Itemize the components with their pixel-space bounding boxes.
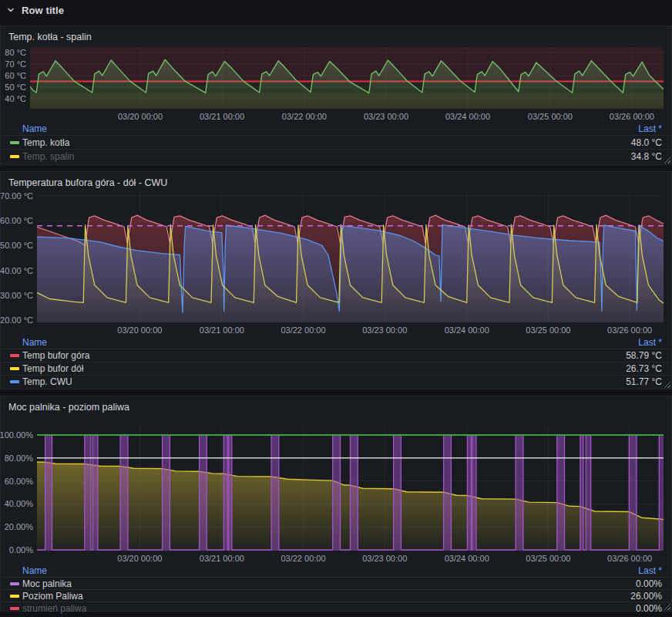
chart-plot-area[interactable] (30, 47, 664, 109)
y-axis-tick-label: 20.00% (5, 522, 33, 531)
series-color-swatch (10, 380, 19, 383)
x-axis-tick-label: 03/26 00:00 (610, 112, 654, 121)
y-axis-tick-label: 60.00 °C (0, 216, 33, 225)
x-axis-tick-label: 03/21 00:00 (200, 112, 244, 121)
panel-temperatura-bufora: Temperatura bufora góra - dół - CWU 20.0… (0, 171, 672, 389)
x-axis-tick-label: 03/25 00:00 (528, 112, 573, 121)
x-axis: 03/20 00:0003/21 00:0003/22 00:0003/23 0… (30, 109, 664, 123)
legend-row[interactable]: Temp. CWU51.77 °C (1, 375, 671, 388)
series-last-value: 34.8 °C (631, 151, 671, 162)
x-axis: 03/20 00:0003/21 00:0003/22 00:0003/23 0… (37, 551, 664, 565)
series-last-value: 51.77 °C (626, 376, 671, 387)
series-last-value: 58.79 °C (626, 350, 671, 361)
x-axis-tick-label: 03/23 00:00 (362, 325, 407, 335)
legend-header-last[interactable]: Last * (638, 123, 671, 134)
time-series-chart: 40 °C50 °C60 °C70 °C80 °C 03/20 00:0003/… (1, 47, 671, 123)
legend-header-name[interactable]: Name (1, 123, 47, 134)
x-axis-tick-label: 03/24 00:00 (445, 554, 489, 563)
chevron-down-icon[interactable] (7, 6, 15, 14)
legend-header-last[interactable]: Last * (638, 565, 671, 576)
series-color-swatch (10, 595, 19, 598)
legend-row[interactable]: Poziom Paliwa26.00% (1, 589, 671, 602)
y-axis-tick-label: 50.00 °C (0, 241, 33, 250)
y-axis: 0.00%20.00%40.00%60.00%80.00%100.00% (7, 425, 37, 551)
x-axis-tick-label: 03/22 00:00 (281, 554, 325, 563)
series-name[interactable]: Temp. CWU (22, 376, 72, 387)
series-color-swatch (10, 141, 19, 144)
row-title[interactable]: Row title (22, 5, 64, 16)
legend: NameLast *Moc palnika0.00%Poziom Paliwa2… (1, 565, 671, 614)
series-last-value: 26.73 °C (626, 363, 671, 374)
y-axis-tick-label: 50 °C (5, 83, 26, 92)
panel-temp-kotla-spalin: Temp. kotła - spalin 40 °C50 °C60 °C70 °… (0, 25, 672, 165)
legend-header-last[interactable]: Last * (638, 337, 671, 348)
x-axis-tick-label: 03/23 00:00 (364, 112, 408, 121)
x-axis-tick-label: 03/26 00:00 (607, 325, 652, 335)
legend-row[interactable]: Temp bufor góra58.79 °C (1, 349, 671, 362)
legend-row[interactable]: Temp. spalin34.8 °C (1, 149, 671, 163)
x-axis: 03/20 00:0003/21 00:0003/22 00:0003/23 0… (37, 322, 664, 336)
legend-row[interactable]: strumień paliwa0.00% (1, 602, 671, 614)
y-axis: 20.00 °C30.00 °C40.00 °C50.00 °C60.00 °C… (7, 191, 37, 322)
dashboard-row-header[interactable]: Row title (0, 0, 672, 20)
y-axis-tick-label: 70 °C (5, 59, 26, 69)
series-last-value: 0.00% (636, 578, 671, 589)
y-axis-tick-label: 40.00% (5, 499, 33, 508)
x-axis-tick-label: 03/21 00:00 (200, 554, 244, 563)
series-color-swatch (10, 607, 19, 610)
time-series-chart: 0.00%20.00%40.00%60.00%80.00%100.00% 03/… (1, 425, 671, 565)
panel-title[interactable]: Moc palnika - poziom paliwa (8, 401, 671, 413)
y-axis-tick-label: 20.00 °C (0, 315, 33, 325)
chart-plot-area[interactable] (37, 191, 664, 322)
series-color-swatch (10, 582, 19, 585)
panel-title[interactable]: Temperatura bufora góra - dół - CWU (8, 177, 671, 189)
x-axis-tick-label: 03/24 00:00 (445, 325, 489, 335)
legend-row[interactable]: Moc palnika0.00% (1, 577, 671, 589)
y-axis-tick-label: 0.00% (9, 545, 33, 555)
legend-header-name[interactable]: Name (1, 337, 47, 348)
series-name[interactable]: Temp. kotła (22, 137, 69, 148)
y-axis-tick-label: 80 °C (5, 48, 26, 57)
x-axis-tick-label: 03/24 00:00 (445, 112, 490, 121)
panel-moc-palnika-poziom-paliwa: Moc palnika - poziom paliwa 0.00%20.00%4… (0, 396, 672, 612)
chart-plot-area[interactable] (37, 425, 664, 551)
time-series-chart: 20.00 °C30.00 °C40.00 °C50.00 °C60.00 °C… (1, 191, 671, 336)
y-axis-tick-label: 60.00% (5, 477, 33, 486)
x-axis-tick-label: 03/23 00:00 (362, 554, 407, 563)
legend-header-name[interactable]: Name (1, 565, 47, 576)
x-axis-tick-label: 03/22 00:00 (282, 112, 327, 121)
series-name[interactable]: Temp. spalin (22, 151, 74, 162)
series-last-value: 26.00% (630, 591, 671, 602)
legend-row[interactable]: Temp bufor dół26.73 °C (1, 362, 671, 375)
x-axis-tick-label: 03/22 00:00 (281, 325, 325, 335)
y-axis-tick-label: 80.00% (5, 453, 33, 463)
y-axis: 40 °C50 °C60 °C70 °C80 °C (7, 47, 30, 109)
series-name[interactable]: Moc palnika (22, 578, 72, 589)
legend: NameLast *Temp. kotła48.0 °CTemp. spalin… (1, 123, 671, 163)
series-name[interactable]: strumień paliwa (22, 603, 86, 614)
legend: NameLast *Temp bufor góra58.79 °CTemp bu… (1, 336, 671, 388)
legend-row[interactable]: Temp. kotła48.0 °C (1, 135, 671, 149)
series-name[interactable]: Temp bufor dół (22, 363, 83, 374)
series-color-swatch (10, 155, 19, 158)
series-color-swatch (10, 367, 19, 370)
y-axis-tick-label: 30.00 °C (0, 291, 33, 300)
series-name[interactable]: Poziom Paliwa (22, 591, 83, 602)
x-axis-tick-label: 03/20 00:00 (117, 554, 162, 563)
x-axis-tick-label: 03/20 00:00 (118, 112, 163, 121)
x-axis-tick-label: 03/26 00:00 (607, 554, 652, 563)
series-color-swatch (10, 354, 19, 357)
y-axis-tick-label: 40.00 °C (0, 266, 33, 275)
x-axis-tick-label: 03/25 00:00 (526, 325, 570, 335)
panel-title[interactable]: Temp. kotła - spalin (8, 31, 671, 43)
y-axis-tick-label: 70.00 °C (0, 191, 33, 201)
y-axis-tick-label: 100.00% (0, 430, 33, 440)
x-axis-tick-label: 03/20 00:00 (117, 325, 162, 335)
series-last-value: 48.0 °C (631, 137, 671, 148)
x-axis-tick-label: 03/21 00:00 (200, 325, 244, 335)
x-axis-tick-label: 03/25 00:00 (526, 554, 570, 563)
y-axis-tick-label: 60 °C (5, 71, 26, 80)
series-name[interactable]: Temp bufor góra (22, 350, 89, 361)
y-axis-tick-label: 40 °C (5, 94, 26, 103)
